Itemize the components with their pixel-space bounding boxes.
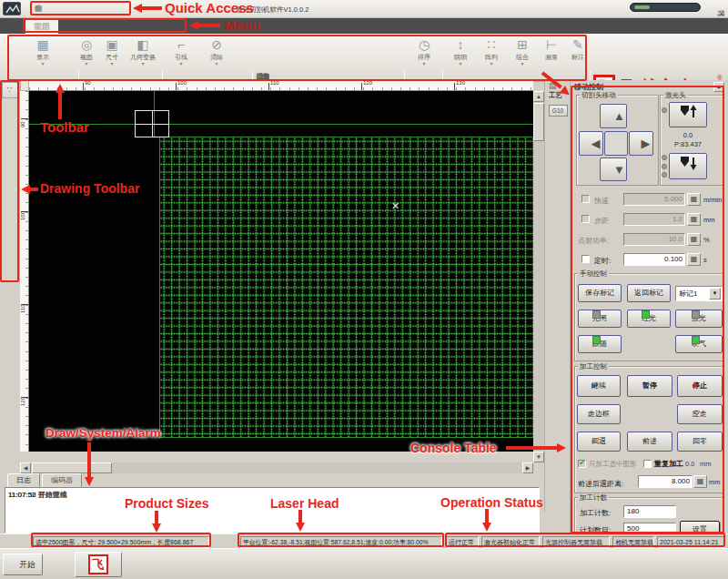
stop-button[interactable]: ■停止 <box>677 375 723 397</box>
toggle-激光[interactable]: 激光 <box>675 310 723 328</box>
more-dropdown-icon[interactable]: ▾ <box>35 3 39 15</box>
app-logo-icon <box>3 2 21 15</box>
keypad-icon[interactable]: ▦ <box>687 193 701 206</box>
ribbon-tool-button-6[interactable]: ✎标注 <box>565 36 591 76</box>
canvas-vertical-scrollbar[interactable]: ▲ ▼ <box>533 91 544 462</box>
annotation-toolbar: Toolbar <box>40 119 89 135</box>
annotation-quick-access: Quick Access <box>165 0 254 15</box>
h-ruler-tick-130: 130 <box>456 80 465 86</box>
jog-label-1: 快速 <box>594 196 609 206</box>
annotation-draw-system-alarm: Draw/System/Alarm <box>46 426 161 440</box>
h-ruler-tick-120: 120 <box>363 80 372 86</box>
distance-input[interactable]: 8.000 <box>638 475 693 488</box>
only-selected-label: 只加工选中图形 <box>589 460 637 469</box>
scroll-left-icon[interactable]: ◀ <box>20 462 31 473</box>
only-selected-checkbox[interactable]: ✔ <box>578 460 586 468</box>
app-taskbar-button[interactable]: 飞 <box>75 552 122 577</box>
ribbon-tool-button-4[interactable]: ⊞组合▾ <box>508 36 537 76</box>
app-taskbar-logo-icon: 飞 <box>88 554 108 574</box>
toggle-红光[interactable]: 红光 <box>627 310 671 328</box>
laser-up-led <box>662 107 667 113</box>
scroll-right-icon[interactable]: ▶ <box>522 462 533 473</box>
jog-center-button[interactable] <box>604 131 628 156</box>
ribbon-button-1[interactable]: ▦显示▾ <box>27 36 58 76</box>
mark-select[interactable]: 标记1 ▼ <box>675 286 723 301</box>
keypad-icon[interactable]: ▦ <box>687 253 701 266</box>
manual-control-label: 手动控制 <box>578 269 609 279</box>
jog-up-button[interactable]: ▲ <box>600 104 627 128</box>
stop-icon: ■ <box>693 376 697 396</box>
annotation-operation-status: Operation Status <box>440 495 543 510</box>
return-zero-button[interactable]: ⌂回零 <box>677 432 723 452</box>
v-ruler-tick-90: 90 <box>20 121 25 127</box>
return-mark-button[interactable]: 返回标记 <box>627 284 671 302</box>
h-scroll-thumb[interactable] <box>32 462 112 473</box>
dry-run-button[interactable]: ▷空走 <box>677 404 723 424</box>
toggle-光闸[interactable]: 光闸 <box>578 310 622 328</box>
tab-encoder[interactable]: 编码器 <box>42 473 82 487</box>
collapse-panel-button[interactable]: ▲ <box>713 82 724 92</box>
menu-tab-5[interactable]: 状态 <box>25 19 58 34</box>
continue-button[interactable]: ▶继续 <box>577 375 621 397</box>
laser-head-up-button[interactable] <box>669 102 707 127</box>
laser-led-3 <box>662 172 667 178</box>
jog-unit-2: mm <box>703 216 715 224</box>
h-ruler-tick-110: 110 <box>270 80 279 86</box>
laser-p-value: P:83.437 <box>667 140 709 148</box>
laser-head-label: 激光头 <box>663 91 688 100</box>
status-state-2: 激光器初始化正常 <box>481 536 540 548</box>
tab-log[interactable]: 日志 <box>7 473 40 487</box>
jog-input-4[interactable]: 0.100 <box>623 253 685 266</box>
drawing-canvas[interactable]: ✕ <box>29 91 533 452</box>
layer-button-G10[interactable]: G10 <box>549 105 568 117</box>
ribbon-tool-button-5[interactable]: ⊢测量 <box>538 36 565 76</box>
laser-head-down-button[interactable] <box>669 153 707 179</box>
scroll-up-icon[interactable]: ▲ <box>533 91 544 102</box>
jog-left-button[interactable]: ◀ <box>579 131 603 156</box>
walk-border-button[interactable]: ▢走边框 <box>577 404 621 424</box>
scroll-down-icon[interactable]: ▼ <box>533 452 544 462</box>
ribbon-tool-button-3[interactable]: ∷阵列▾ <box>477 36 506 76</box>
ribbon-button-5[interactable]: ⌐引线▾ <box>167 36 196 76</box>
v-ruler-tick-100: 100 <box>20 211 25 220</box>
toggle-吹气[interactable]: 吹气 <box>675 335 723 353</box>
annotation-arrow-console-table <box>557 443 566 452</box>
ribbon-button-4[interactable]: ◧几何变换▾ <box>121 36 165 76</box>
repeat-unit: mm <box>700 460 712 468</box>
frame-icon: ▢ <box>588 405 595 423</box>
backward-button[interactable]: «回退 <box>577 432 621 452</box>
count-input[interactable]: 180 <box>623 505 676 518</box>
ribbon-button-6[interactable]: ⊘清除▾ <box>202 36 231 76</box>
jog-label-4: 定时: <box>594 256 611 266</box>
forward-button[interactable]: »前进 <box>627 432 672 452</box>
status-bar: 选中2500图形，尺寸: 29.500×29.500mm，长度868.867 平… <box>0 533 728 548</box>
ribbon-tool-button-1[interactable]: ◷排序▾ <box>408 36 440 76</box>
save-mark-button[interactable]: 保存标记 <box>578 284 622 302</box>
jog-checkbox-2[interactable] <box>581 215 590 223</box>
os-taskbar: 开始 飞 11:14 2021/3/25 <box>0 548 728 579</box>
scatter-tool[interactable]: ∵ <box>2 82 18 98</box>
repeat-label: 重复加工 <box>654 459 683 469</box>
toggle-跟随[interactable]: 跟随 <box>578 335 622 353</box>
keypad-icon[interactable]: ▦ <box>687 213 701 226</box>
jog-right-button[interactable]: ▶ <box>629 131 653 156</box>
jog-down-button[interactable]: ▼ <box>600 157 627 181</box>
keypad-icon[interactable]: ▦ <box>693 475 707 488</box>
jog-checkbox-1[interactable] <box>581 195 590 203</box>
close-button[interactable]: ✕ <box>718 10 724 18</box>
jog-input-1: 5.000 <box>623 193 685 206</box>
pause-button[interactable]: ‖暂停 <box>627 375 672 397</box>
ribbon-toolbar: ▦显示▾◎视图▾▣尺寸▾◧几何变换▾⌐引线▾⊘清除▾ □起点▱阳切⊔缺口↗过切+… <box>0 34 728 82</box>
keypad-icon[interactable]: ▦ <box>687 233 701 246</box>
start-button[interactable]: 开始 <box>3 554 43 575</box>
chevron-down-icon[interactable]: ▼ <box>709 288 721 300</box>
process-count-label: 加工计数 <box>578 493 609 503</box>
repeat-checkbox[interactable] <box>643 460 652 468</box>
canvas-horizontal-scrollbar[interactable]: ◀ ▶ <box>20 462 533 473</box>
annotation-arrow-product-sizes <box>152 523 161 533</box>
ribbon-tool-button-2[interactable]: ↕阴阳▾ <box>446 36 475 76</box>
cut-head-move-label: 切割头移动 <box>580 91 618 100</box>
jog-checkbox-4[interactable] <box>581 255 590 263</box>
status-position: 平台位置:-62.38,-8.51;视图位置:587.62,8.51;速度:0.… <box>240 536 442 548</box>
v-scroll-thumb[interactable] <box>533 103 544 141</box>
